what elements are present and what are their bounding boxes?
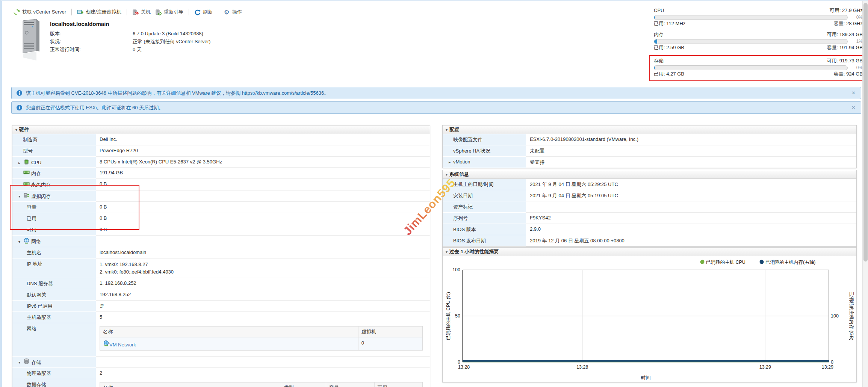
configuration-section-title: 配置 <box>449 127 459 132</box>
memory-icon <box>23 181 30 186</box>
property-value: 0 B <box>96 202 430 213</box>
property-label: ▾网络 <box>12 236 96 247</box>
property-value: 192.168.8.252 <box>96 289 430 301</box>
property-label: 物理适配器 <box>12 368 96 379</box>
gauge-存储: 存储可用: 919.73 GB 0% 已用: 4.27 GB容量: 924 GB <box>649 55 868 81</box>
cpu-icon <box>23 159 30 164</box>
property-value: 2 <box>96 368 430 379</box>
expandable-row-CPU: ▸CPU8 CPUs x Intel(R) Xeon(R) CPU E5-263… <box>12 157 430 168</box>
hardware-section-header[interactable]: ▾硬件 <box>12 125 430 134</box>
left-axis-tick: 50 <box>455 313 460 319</box>
property-row: IPv6 已启用是 <box>12 301 430 312</box>
refresh-icon <box>194 9 201 15</box>
gauge-capacity: 容量: 191.94 GB <box>827 44 863 51</box>
system-info-section-header[interactable]: ▾系统信息 <box>443 170 856 179</box>
x-axis-tick: 13:28 <box>458 364 470 370</box>
banner-text: 该主机可能容易受到 CVE-2018-3646 中所描述问题的影响，有关详细信息… <box>26 90 329 97</box>
property-row: IP 地址1. vmk0: 192.168.8.272. vmk0: fe80:… <box>12 259 430 278</box>
gauge-percent: 0% <box>848 65 863 70</box>
nested-table-cell: VM Network <box>100 337 358 350</box>
property-row: 物理适配器2 <box>12 368 430 379</box>
nested-table-cell: 0 <box>358 337 423 350</box>
property-row: 主机上的日期/时间 2021 年 9 月 04 日 星期六 05:29:25 U… <box>443 179 856 190</box>
performance-section-header[interactable]: ▾过去 1 小时的性能摘要 <box>443 248 856 256</box>
gauge-bar <box>654 39 848 44</box>
host-detail-label: 版本: <box>50 30 133 38</box>
property-row: 已用0 B <box>12 213 430 224</box>
property-value <box>96 236 430 247</box>
property-row: BIOS 版本 2.9.0 <box>443 224 856 235</box>
property-value <box>96 357 430 368</box>
property-row: 主机名localhost.localdomain <box>12 247 430 259</box>
toolbar-button-create-vm[interactable]: 创建/注册虚拟机 <box>75 8 124 17</box>
property-label: ▸CPU <box>12 157 96 168</box>
right-axis-tick: 0 <box>831 360 833 365</box>
nested-table: 名称虚拟机VM Network0 <box>100 326 423 351</box>
property-row-with-table: 数据存储名称类型容量可用datastore1VMFS6924 GB919.73 … <box>12 379 430 387</box>
legend-label: 已消耗的主机内存(右轴) <box>765 260 815 265</box>
value-line: 1. vmk0: 192.168.8.27 <box>100 261 426 268</box>
gauge-capacity: 容量: 924 GB <box>834 71 863 77</box>
expandable-row-存储: ▾存储 <box>12 357 430 368</box>
toolbar-button-shutdown[interactable]: 关机 <box>130 8 153 17</box>
expandable-row-永久内存: 永久内存0 B <box>12 179 430 190</box>
expand-arrow-icon[interactable]: ▾ <box>18 194 23 198</box>
host-detail-row: 版本: 6.7.0 Update 3 (Build 14320388) <box>50 30 210 38</box>
expandable-row-虚拟闪存: ▾虚拟闪存 <box>12 190 430 202</box>
property-value: 0 B <box>96 179 430 190</box>
host-detail-row: 正常运行时间: 0 天 <box>50 45 210 53</box>
property-label: 主机适配器 <box>12 312 96 323</box>
notification-banners: 该主机可能容易受到 CVE-2018-3646 中所描述问题的影响，有关详细信息… <box>11 87 861 116</box>
host-detail-value: 0 天 <box>133 45 142 53</box>
gauge-capacity: 容量: 28 GHz <box>834 20 863 27</box>
value-line: 2. vmk0: fe80::eef4:bbff:fed4:4930 <box>100 268 426 276</box>
configuration-rows: 映像配置文件 ESXi-6.7.0-20190802001-standard (… <box>443 134 856 168</box>
property-row: 资产标记 <box>443 201 856 213</box>
expand-arrow-icon[interactable]: ▾ <box>18 240 23 244</box>
property-label: 内存 <box>12 168 96 179</box>
expand-arrow-icon[interactable]: ▸ <box>18 161 23 165</box>
property-label: ▾存储 <box>12 357 96 368</box>
configuration-section-header[interactable]: ▾配置 <box>443 125 856 134</box>
table-cell-link[interactable]: VM Network <box>109 342 136 348</box>
esxi-host-page: { "page": { "watermark": "JimLeon595" },… <box>0 0 868 387</box>
scrollbar-thumb[interactable] <box>863 3 868 262</box>
server-tower-icon <box>18 18 42 63</box>
host-detail-value: 6.7.0 Update 3 (Build 14320388) <box>133 30 203 38</box>
toolbar-button-actions-gear[interactable]: ⚙操作 <box>221 8 244 17</box>
flash-icon <box>23 193 30 198</box>
toolbar-button-refresh[interactable]: 刷新 <box>192 8 215 17</box>
gauge-free: 可用: 919.73 GB <box>827 57 863 64</box>
gauge-percent: 1% <box>848 39 863 44</box>
performance-card: ▾过去 1 小时的性能摘要 已消耗的主机 CPU 已消耗的主机内存(右轴)050… <box>442 247 857 382</box>
property-row: 制造商Dell Inc. <box>12 134 430 145</box>
network-icon <box>23 238 30 243</box>
info-icon <box>16 90 23 96</box>
toolbar-button-vcenter-refresh[interactable]: 获取 vCenter Server <box>11 8 68 17</box>
gauge-title: CPU <box>654 7 664 14</box>
close-icon[interactable]: ✕ <box>851 90 856 96</box>
toolbar-separator <box>127 9 127 15</box>
vertical-scrollbar <box>862 1 868 387</box>
property-label: DNS 服务器 <box>12 278 96 289</box>
property-value: localhost.localdomain <box>96 247 430 259</box>
banner-link[interactable]: https://kb.vmware.com/s/article/55636 <box>242 90 324 96</box>
actions-gear-icon: ⚙ <box>224 9 230 15</box>
banner-text: 您当前正在评估模式下使用 ESXi。此许可证将在 60 天后过期。 <box>26 104 163 111</box>
property-label: 映像配置文件 <box>443 134 526 145</box>
host-detail-value: 正常 (未连接到任何 vCenter Server) <box>133 38 210 45</box>
hardware-rows: 制造商Dell Inc.型号PowerEdge R720▸CPU8 CPUs x… <box>12 134 430 387</box>
property-label: 制造商 <box>12 134 96 145</box>
property-row: 主机适配器5 <box>12 312 430 323</box>
table-cell-text: 0 <box>361 340 364 346</box>
close-icon[interactable]: ✕ <box>851 105 856 110</box>
property-label: 永久内存 <box>12 179 96 190</box>
toolbar-button-reboot[interactable]: 重新引导 <box>153 8 186 17</box>
toolbar-button-label: 创建/注册虚拟机 <box>86 9 121 15</box>
host-detail-rows: 版本: 6.7.0 Update 3 (Build 14320388)状况: 正… <box>50 30 210 53</box>
expand-arrow-icon[interactable]: ▾ <box>18 360 23 364</box>
gauge-used: 已用: 2.59 GB <box>654 44 684 51</box>
property-value: 1. 192.168.8.252 <box>96 278 430 289</box>
property-value: 8 CPUs x Intel(R) Xeon(R) CPU E5-2637 v2… <box>96 157 430 168</box>
gauge-内存: 内存可用: 189.34 GB 1% 已用: 2.59 GB容量: 191.94… <box>654 30 863 54</box>
